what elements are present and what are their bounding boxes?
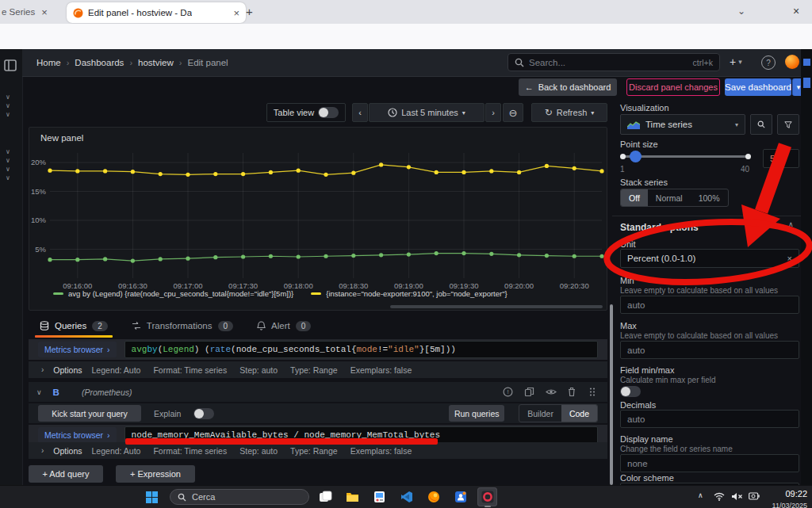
vscode-icon[interactable]: [396, 487, 416, 506]
tab-queries[interactable]: Queries2: [38, 315, 109, 336]
stack-normal-option[interactable]: Normal: [648, 189, 691, 206]
max-input[interactable]: auto: [620, 341, 799, 359]
save-dashboard-button[interactable]: Save dashboard: [725, 78, 791, 96]
volume-muted-icon[interactable]: [731, 492, 743, 501]
query-b-header[interactable]: ∨ B (Prometheus) !: [29, 382, 607, 402]
help-icon[interactable]: ?: [761, 55, 776, 70]
chevron-down-icon[interactable]: ∨: [6, 157, 10, 164]
run-queries-button[interactable]: Run queries: [449, 405, 504, 422]
explain-toggle[interactable]: [193, 408, 214, 419]
decimals-input[interactable]: auto: [620, 410, 799, 428]
chevron-down-icon[interactable]: ∨: [6, 94, 10, 101]
query-b-expression-input[interactable]: node_memory_MemAvailable_bytes / node_me…: [124, 426, 598, 444]
breadcrumb-item-hostview[interactable]: hostview: [138, 58, 174, 67]
tab-transformations[interactable]: Transformations0: [130, 315, 235, 336]
horizontal-scrollbar[interactable]: [390, 305, 603, 308]
new-tab-button[interactable]: +: [246, 5, 253, 18]
windows-start-button[interactable]: [146, 491, 158, 503]
tray-expand-icon[interactable]: ∧: [698, 491, 703, 499]
stack-series-switch[interactable]: Off Normal 100%: [620, 189, 729, 207]
chevron-right-icon[interactable]: ›: [41, 365, 44, 374]
unit-input[interactable]: Percent (0.0-1.0) ×: [620, 249, 799, 268]
point-size-value-input[interactable]: 5: [763, 149, 799, 168]
back-to-dashboard-button[interactable]: ← Back to dashboard: [519, 78, 617, 96]
search-options-button[interactable]: [750, 114, 772, 135]
builder-code-switch[interactable]: Builder Code: [519, 404, 598, 422]
delete-query-trash-icon[interactable]: [567, 387, 578, 398]
field-minmax-toggle[interactable]: [620, 386, 641, 397]
chevron-down-icon[interactable]: ∨: [36, 388, 42, 396]
time-shift-back-button[interactable]: ‹: [352, 103, 368, 122]
metrics-browser-button[interactable]: Metrics browser›: [38, 342, 117, 357]
toggle-off[interactable]: [318, 107, 339, 118]
zoom-out-time-button[interactable]: ⊖: [503, 103, 523, 122]
display-name-input[interactable]: none: [620, 454, 799, 472]
hide-query-eye-icon[interactable]: [546, 387, 557, 398]
standard-options-section-header[interactable]: Standard options: [620, 222, 699, 233]
collapse-section-icon[interactable]: ∧: [788, 220, 794, 228]
user-avatar[interactable]: [785, 55, 799, 69]
clock[interactable]: 09:22: [768, 489, 807, 498]
taskbar-search-input[interactable]: Cerca: [170, 489, 309, 505]
refresh-button[interactable]: ↻ Refresh ▾: [531, 103, 607, 122]
chevron-down-icon[interactable]: ∨: [6, 148, 10, 155]
contacts-app-icon[interactable]: [450, 487, 470, 506]
panel-title[interactable]: New panel: [40, 133, 83, 143]
chevron-down-icon[interactable]: ∨: [6, 111, 10, 118]
drag-handle-icon[interactable]: [588, 387, 599, 398]
filter-options-button[interactable]: [777, 114, 799, 135]
tabs-overflow-icon[interactable]: ⌄: [737, 6, 745, 17]
query-help-icon[interactable]: !: [503, 387, 514, 398]
builder-option[interactable]: Builder: [519, 405, 561, 422]
time-series-chart[interactable]: 5%10%15%20%09:16:0009:16:3009:17:0009:17…: [29, 145, 607, 292]
browser-tab-partial[interactable]: e Series ×: [2, 0, 48, 24]
options-label[interactable]: Options: [53, 365, 82, 375]
chevron-right-icon[interactable]: ›: [41, 446, 44, 455]
breadcrumb-item-home[interactable]: Home: [36, 58, 61, 67]
query-a-expression-input[interactable]: avg by (Legend) (rate(node_cpu_seconds_t…: [124, 341, 598, 358]
discard-panel-changes-button[interactable]: Discard panel changes: [626, 78, 720, 96]
browser-tab-active[interactable]: Edit panel - hostview - Da ×: [67, 2, 246, 23]
add-query-button[interactable]: + Add query: [29, 465, 103, 483]
dock-menu-icon[interactable]: [4, 59, 17, 71]
stack-100-option[interactable]: 100%: [691, 189, 728, 206]
date[interactable]: 11/03/2025: [755, 502, 807, 508]
close-icon[interactable]: ×: [41, 6, 48, 18]
add-expression-button[interactable]: + Expression: [116, 465, 195, 483]
file-explorer-icon[interactable]: [343, 487, 362, 506]
firefox-icon[interactable]: [423, 487, 443, 506]
chevron-down-icon[interactable]: ∨: [6, 166, 10, 173]
battery-icon[interactable]: [749, 492, 760, 500]
chevron-down-icon[interactable]: ∨: [6, 102, 10, 109]
stack-off-option[interactable]: Off: [621, 189, 648, 206]
visualization-picker[interactable]: Time series ▾: [620, 114, 745, 135]
create-new-button[interactable]: + ▾: [730, 55, 742, 68]
screen-recorder-icon[interactable]: [477, 487, 497, 506]
clear-unit-icon[interactable]: ×: [787, 254, 792, 263]
legend-item[interactable]: avg by (Legend) {rate(node_cpu_seconds_t…: [53, 289, 293, 298]
tab-alert[interactable]: Alert0: [255, 315, 312, 336]
legend-swatch: [53, 292, 63, 295]
code-option[interactable]: Code: [561, 405, 597, 422]
kick-start-query-button[interactable]: Kick start your query: [38, 405, 141, 422]
breadcrumb-item-edit-panel: Edit panel: [187, 58, 228, 67]
svg-text:10%: 10%: [31, 216, 47, 224]
close-icon[interactable]: ×: [233, 7, 239, 19]
media-player-icon[interactable]: [370, 487, 389, 506]
breadcrumb-item-dashboards[interactable]: Dashboards: [75, 58, 124, 67]
time-shift-forward-button[interactable]: ›: [485, 103, 501, 122]
min-input[interactable]: auto: [620, 296, 799, 314]
point-size-slider-handle[interactable]: [630, 151, 642, 162]
search-input[interactable]: Search... ctrl+k: [508, 53, 720, 71]
vertical-scrollbar[interactable]: [610, 304, 613, 485]
options-label[interactable]: Options: [53, 446, 82, 456]
metrics-browser-button[interactable]: Metrics browser›: [38, 427, 117, 443]
task-view-icon[interactable]: [316, 487, 335, 506]
time-range-picker[interactable]: Last 5 minutes ▾: [369, 103, 485, 122]
wifi-icon[interactable]: [714, 492, 725, 501]
table-view-toggle[interactable]: Table view: [266, 103, 346, 122]
window-close-icon[interactable]: ×: [793, 5, 799, 17]
legend-item[interactable]: {instance="node-exporter:9100", job="nod…: [311, 289, 507, 298]
duplicate-query-icon[interactable]: [524, 387, 535, 398]
chevron-down-icon[interactable]: ∨: [6, 174, 10, 181]
